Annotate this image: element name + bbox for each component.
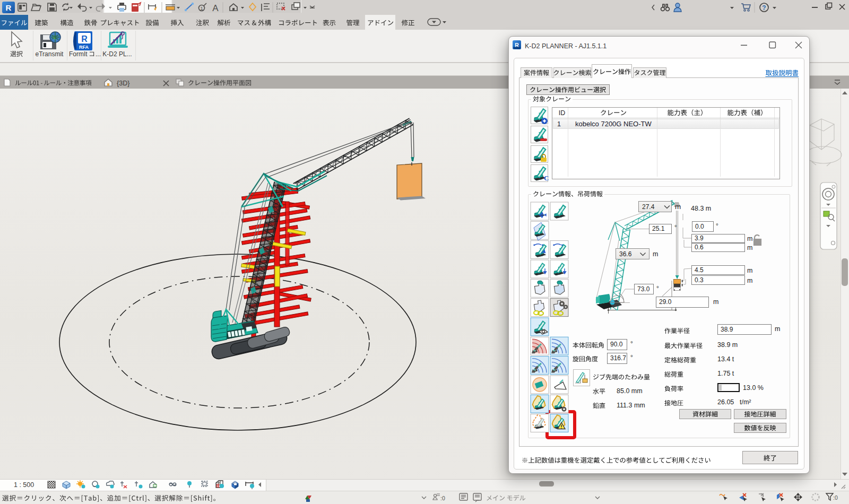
svg-text:R: R xyxy=(6,3,12,12)
svg-text:R: R xyxy=(81,34,88,44)
svg-text:R: R xyxy=(515,42,519,48)
svg-text:?: ? xyxy=(762,4,766,12)
svg-text:1 : 500: 1 : 500 xyxy=(14,481,34,489)
svg-text::0: :0 xyxy=(833,494,838,501)
svg-text:A: A xyxy=(212,3,219,13)
svg-text:K-D2 PL...: K-D2 PL... xyxy=(102,50,132,58)
svg-text:eTransmit: eTransmit xyxy=(36,50,64,58)
svg-text:RFA: RFA xyxy=(79,45,89,50)
svg-text:{3D}: {3D} xyxy=(117,80,129,87)
svg-text::0: :0 xyxy=(440,495,445,501)
svg-text:...: ... xyxy=(96,50,101,58)
svg-text:FormIt: FormIt xyxy=(69,50,88,58)
svg-text:1: 1 xyxy=(200,6,203,11)
